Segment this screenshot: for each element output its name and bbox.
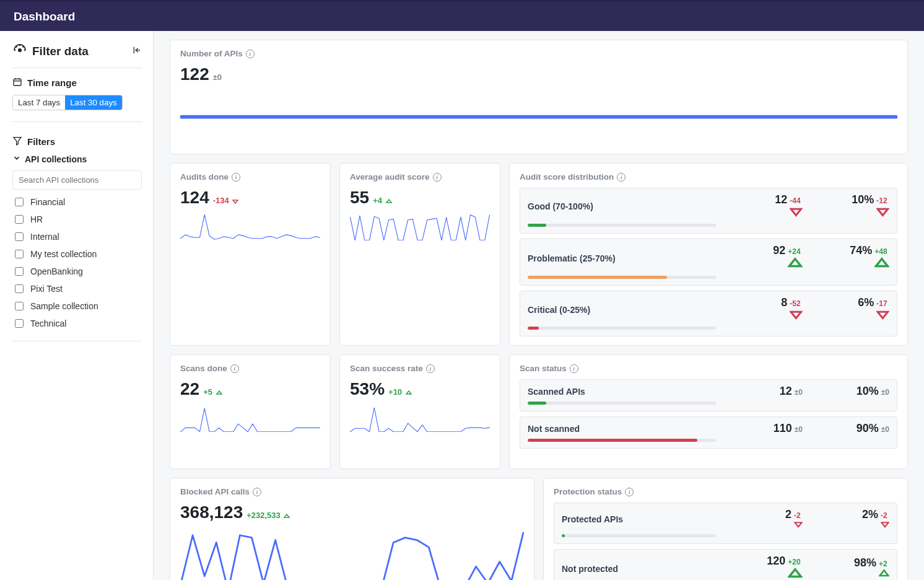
distribution-value: 92 +24	[722, 244, 803, 273]
collection-checkbox[interactable]	[15, 232, 24, 241]
collection-checkbox-row[interactable]: Internal	[12, 231, 142, 243]
scan-rate-chart	[350, 404, 490, 460]
sidebar-title: Filter data	[12, 42, 89, 60]
svg-marker-7	[14, 138, 21, 145]
distribution-value: 120 +20	[722, 555, 803, 580]
distribution-percent: 74% +48	[809, 244, 889, 273]
scans-chart	[180, 404, 320, 460]
info-icon[interactable]: i	[246, 50, 255, 58]
collection-checkbox-row[interactable]: Financial	[12, 196, 142, 208]
num-apis-delta: ±0	[213, 72, 222, 82]
collection-label: OpenBanking	[30, 266, 83, 276]
distribution-percent: 2% -2	[809, 508, 889, 530]
distribution-bar	[528, 402, 716, 405]
distribution-percent: 10% -12	[809, 193, 889, 220]
distribution-value: 12 -44	[722, 193, 803, 220]
info-icon[interactable]: i	[232, 173, 240, 182]
calendar-icon	[12, 77, 22, 89]
card-scan-success-rate: Scan success ratei 53% +10	[339, 354, 500, 469]
filter-icon	[12, 136, 22, 147]
info-icon[interactable]: i	[617, 173, 625, 182]
distribution-row: Protected APIs2 -2 2% -2	[554, 503, 897, 544]
collection-label: Pixi Test	[30, 284, 63, 294]
audits-chart	[180, 213, 320, 268]
distribution-label: Protected APIs	[562, 514, 716, 524]
collection-label: HR	[30, 214, 43, 224]
collection-label: Technical	[30, 319, 66, 328]
info-icon[interactable]: i	[426, 364, 435, 373]
info-icon[interactable]: i	[570, 364, 578, 373]
distribution-percent: 6% -17	[809, 296, 889, 323]
svg-marker-22	[880, 571, 889, 576]
card-protection-status: Protection statusi Protected APIs2 -2 2%…	[543, 478, 908, 580]
audits-delta: -134	[213, 196, 239, 205]
page-title: Dashboard	[14, 10, 75, 24]
card-scans-done: Scans donei 22 +5	[170, 354, 331, 469]
distribution-bar	[562, 534, 716, 537]
collection-checkbox[interactable]	[15, 319, 24, 328]
collection-checkbox[interactable]	[15, 198, 24, 206]
distribution-label: Problematic (25-70%)	[528, 253, 716, 263]
card-scan-status: Scan statusi Scanned APIs12 ±0 10% ±0 No…	[509, 354, 908, 469]
distribution-percent: 98% +2	[809, 556, 889, 580]
svg-point-0	[19, 49, 21, 51]
collection-checkbox-row[interactable]: Sample collection	[12, 300, 142, 312]
collection-label: My test collection	[30, 249, 97, 259]
collection-checkbox[interactable]	[15, 215, 24, 224]
card-avg-audit-score: Average audit scorei 55 +4	[339, 163, 500, 346]
svg-marker-17	[406, 391, 411, 394]
card-blocked-api-calls: Blocked API callsi 368,123 +232,533	[170, 478, 534, 580]
collapse-sidebar-icon[interactable]	[132, 45, 142, 57]
collection-checkbox-row[interactable]: Pixi Test	[12, 283, 142, 295]
filters-section: Filters	[12, 136, 142, 147]
distribution-row: Problematic (25-70%)92 +24 74% +48	[520, 239, 897, 286]
info-icon[interactable]: i	[433, 173, 442, 182]
collection-checkbox-row[interactable]: HR	[12, 213, 142, 226]
avg-score-chart	[350, 213, 490, 268]
distribution-value: 2 -2	[722, 508, 803, 530]
svg-marker-10	[791, 209, 801, 215]
info-icon[interactable]: i	[253, 488, 261, 496]
distribution-label: Critical (0-25%)	[528, 305, 716, 315]
distribution-label: Scanned APIs	[528, 387, 716, 397]
svg-marker-18	[284, 514, 289, 517]
svg-marker-13	[876, 258, 888, 266]
distribution-value: 12 ±0	[722, 385, 803, 398]
time-range-option[interactable]: Last 30 days	[65, 95, 122, 110]
svg-marker-9	[386, 200, 391, 203]
api-collections-header[interactable]: API collections	[12, 154, 142, 164]
collection-checkbox-row[interactable]: My test collection	[12, 248, 142, 260]
distribution-bar	[528, 327, 716, 330]
avg-score-delta: +4	[373, 196, 391, 205]
card-audit-score-distribution: Audit score distributioni Good (70-100%)…	[509, 163, 908, 346]
svg-marker-19	[795, 522, 801, 527]
info-icon[interactable]: i	[230, 364, 239, 373]
num-apis-chart	[180, 89, 897, 145]
distribution-row: Good (70-100%)12 -44 10% -12	[520, 188, 897, 234]
blocked-chart	[180, 527, 524, 580]
svg-marker-16	[217, 391, 222, 394]
content: Number of APIsi 122 ±0 Audits donei 124 …	[154, 31, 924, 580]
svg-rect-3	[14, 79, 21, 86]
distribution-percent: 90% ±0	[809, 422, 889, 435]
collection-checkbox[interactable]	[15, 267, 24, 276]
chevron-down-icon	[12, 154, 21, 164]
blocked-value: 368,123	[180, 503, 243, 522]
distribution-value: 110 ±0	[722, 422, 803, 435]
collection-checkbox-row[interactable]: OpenBanking	[12, 265, 142, 278]
distribution-percent: 10% ±0	[809, 385, 889, 398]
time-range-option[interactable]: Last 7 days	[13, 95, 65, 110]
scan-rate-delta: +10	[388, 387, 412, 397]
collection-checkbox[interactable]	[15, 250, 24, 258]
svg-marker-15	[878, 312, 888, 319]
info-icon[interactable]: i	[625, 488, 634, 496]
blocked-delta: +232,533	[246, 511, 290, 520]
sidebar: Filter data Time range Last 7 daysLast 3…	[0, 31, 154, 580]
distribution-row: Not scanned110 ±0 90% ±0	[520, 416, 897, 449]
collection-checkbox-row[interactable]: Technical	[12, 317, 142, 330]
collection-checkbox[interactable]	[15, 302, 24, 310]
collection-checkbox[interactable]	[15, 284, 24, 293]
distribution-bar	[528, 276, 716, 279]
gauge-icon	[12, 42, 27, 60]
search-input[interactable]	[12, 170, 142, 190]
